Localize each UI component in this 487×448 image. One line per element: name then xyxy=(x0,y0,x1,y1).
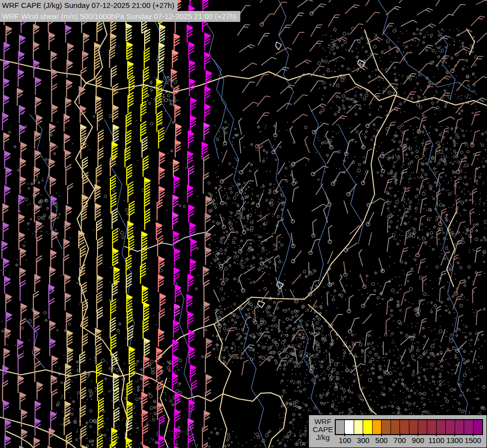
legend-cell xyxy=(336,420,344,434)
legend-cell xyxy=(399,420,408,434)
title-line-shear: WRF Wind shear (m/s) 500/1000hPa Sunday … xyxy=(0,11,240,22)
legend-cell xyxy=(409,420,418,434)
legend-label: WRF CAPE J/kg xyxy=(311,418,335,442)
legend-label-units: J/kg xyxy=(311,434,335,442)
legend-cell xyxy=(473,420,482,434)
country-borders xyxy=(0,0,487,448)
wrf-map-page: { "header": { "line1": "WRF CAPE (J/kg) … xyxy=(0,0,487,448)
legend-colorbar xyxy=(335,419,483,435)
legend-cell xyxy=(436,420,445,434)
title-line-cape: WRF CAPE (J/kg) Sunday 07-12-2025 21:00 … xyxy=(0,0,178,11)
cape-legend: WRF CAPE J/kg 10030050070090011001300150… xyxy=(308,415,487,448)
legend-cell xyxy=(381,420,390,434)
legend-label-field: CAPE xyxy=(311,426,335,434)
legend-cell xyxy=(464,420,473,434)
wind-barbs-jet xyxy=(2,0,213,448)
legend-cell xyxy=(363,420,372,434)
legend-cell xyxy=(418,420,427,434)
legend-cell xyxy=(390,420,399,434)
weather-map xyxy=(0,0,487,448)
legend-cell xyxy=(427,420,436,434)
legend-cell xyxy=(354,420,363,434)
legend-tick-label: 1500 xyxy=(461,436,485,445)
legend-cell xyxy=(372,420,381,434)
legend-cell xyxy=(455,420,464,434)
legend-cell xyxy=(344,420,353,434)
legend-label-model: WRF xyxy=(311,418,335,426)
legend-cell xyxy=(445,420,454,434)
wind-barbs-light xyxy=(213,0,487,375)
